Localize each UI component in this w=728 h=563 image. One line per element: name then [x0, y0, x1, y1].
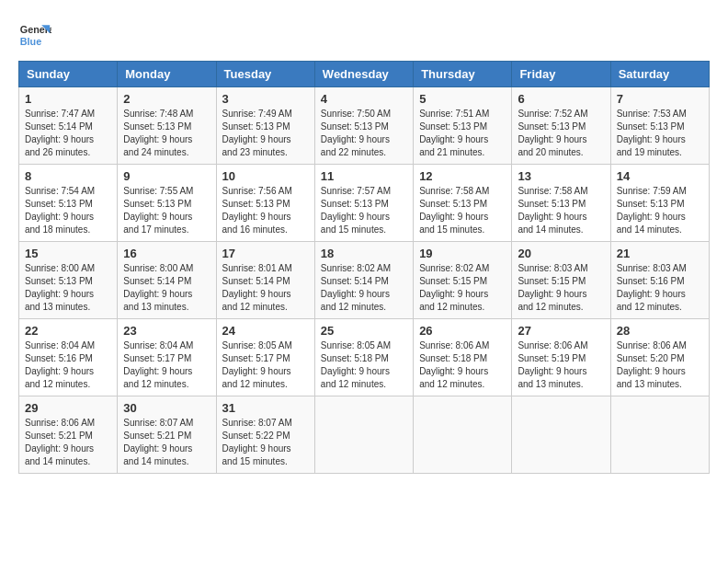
day-number: 7: [617, 92, 703, 106]
day-detail: Sunrise: 8:02 AM Sunset: 5:14 PM Dayligh…: [321, 262, 407, 314]
day-number: 4: [321, 92, 407, 106]
day-cell: 4 Sunrise: 7:50 AM Sunset: 5:13 PM Dayli…: [314, 87, 413, 165]
day-number: 30: [123, 401, 210, 415]
day-cell: [414, 396, 512, 474]
day-detail: Sunrise: 8:06 AM Sunset: 5:21 PM Dayligh…: [25, 417, 111, 468]
day-cell: 10 Sunrise: 7:56 AM Sunset: 5:13 PM Dayl…: [216, 165, 314, 242]
day-detail: Sunrise: 8:00 AM Sunset: 5:14 PM Dayligh…: [123, 262, 210, 314]
day-detail: Sunrise: 7:47 AM Sunset: 5:14 PM Dayligh…: [25, 108, 111, 159]
day-cell: 1 Sunrise: 7:47 AM Sunset: 5:14 PM Dayli…: [19, 87, 118, 165]
day-cell: 31 Sunrise: 8:07 AM Sunset: 5:22 PM Dayl…: [216, 396, 314, 474]
day-number: 9: [123, 169, 210, 183]
day-cell: 13 Sunrise: 7:58 AM Sunset: 5:13 PM Dayl…: [512, 165, 610, 242]
column-header-thursday: Thursday: [414, 62, 512, 87]
day-detail: Sunrise: 7:50 AM Sunset: 5:13 PM Dayligh…: [321, 108, 407, 159]
day-cell: 20 Sunrise: 8:03 AM Sunset: 5:15 PM Dayl…: [512, 242, 610, 319]
day-cell: 21 Sunrise: 8:03 AM Sunset: 5:16 PM Dayl…: [610, 242, 709, 319]
day-cell: [314, 396, 413, 474]
day-number: 15: [25, 247, 111, 260]
day-detail: Sunrise: 8:06 AM Sunset: 5:18 PM Dayligh…: [419, 339, 506, 391]
day-detail: Sunrise: 8:06 AM Sunset: 5:20 PM Dayligh…: [617, 339, 703, 391]
column-header-monday: Monday: [118, 62, 216, 87]
day-detail: Sunrise: 8:04 AM Sunset: 5:17 PM Dayligh…: [123, 339, 210, 391]
day-cell: 12 Sunrise: 7:58 AM Sunset: 5:13 PM Dayl…: [414, 165, 512, 242]
day-number: 6: [518, 92, 604, 106]
day-cell: 27 Sunrise: 8:06 AM Sunset: 5:19 PM Dayl…: [512, 319, 610, 396]
day-cell: 17 Sunrise: 8:01 AM Sunset: 5:14 PM Dayl…: [216, 242, 314, 319]
day-cell: 8 Sunrise: 7:54 AM Sunset: 5:13 PM Dayli…: [19, 165, 118, 242]
day-cell: 30 Sunrise: 8:07 AM Sunset: 5:21 PM Dayl…: [118, 396, 216, 474]
calendar-table: SundayMondayTuesdayWednesdayThursdayFrid…: [18, 61, 710, 474]
day-cell: 22 Sunrise: 8:04 AM Sunset: 5:16 PM Dayl…: [19, 319, 118, 396]
day-cell: 6 Sunrise: 7:52 AM Sunset: 5:13 PM Dayli…: [512, 87, 610, 165]
day-number: 2: [123, 92, 210, 106]
day-number: 3: [222, 92, 309, 106]
day-detail: Sunrise: 8:00 AM Sunset: 5:13 PM Dayligh…: [25, 262, 111, 314]
column-header-sunday: Sunday: [19, 62, 118, 87]
day-cell: 5 Sunrise: 7:51 AM Sunset: 5:13 PM Dayli…: [414, 87, 512, 165]
day-cell: [610, 396, 709, 474]
day-number: 25: [321, 324, 407, 338]
day-detail: Sunrise: 8:03 AM Sunset: 5:16 PM Dayligh…: [617, 262, 703, 314]
day-number: 20: [518, 247, 604, 260]
day-number: 29: [25, 401, 111, 415]
day-number: 11: [321, 169, 407, 183]
week-row-3: 15 Sunrise: 8:00 AM Sunset: 5:13 PM Dayl…: [19, 242, 710, 319]
day-detail: Sunrise: 8:06 AM Sunset: 5:19 PM Dayligh…: [518, 339, 604, 391]
day-detail: Sunrise: 8:03 AM Sunset: 5:15 PM Dayligh…: [518, 262, 604, 314]
day-number: 8: [25, 169, 111, 183]
day-cell: 9 Sunrise: 7:55 AM Sunset: 5:13 PM Dayli…: [118, 165, 216, 242]
day-detail: Sunrise: 7:57 AM Sunset: 5:13 PM Dayligh…: [321, 185, 407, 236]
day-cell: 16 Sunrise: 8:00 AM Sunset: 5:14 PM Dayl…: [118, 242, 216, 319]
day-detail: Sunrise: 8:05 AM Sunset: 5:17 PM Dayligh…: [222, 339, 309, 391]
day-number: 23: [123, 324, 210, 338]
calendar-body: 1 Sunrise: 7:47 AM Sunset: 5:14 PM Dayli…: [19, 87, 710, 474]
day-number: 16: [123, 247, 210, 260]
day-cell: 23 Sunrise: 8:04 AM Sunset: 5:17 PM Dayl…: [118, 319, 216, 396]
column-header-friday: Friday: [512, 62, 610, 87]
week-row-4: 22 Sunrise: 8:04 AM Sunset: 5:16 PM Dayl…: [19, 319, 710, 396]
day-number: 17: [222, 247, 309, 260]
day-number: 14: [617, 169, 703, 183]
day-detail: Sunrise: 7:54 AM Sunset: 5:13 PM Dayligh…: [25, 185, 111, 236]
column-header-saturday: Saturday: [610, 62, 709, 87]
day-cell: 18 Sunrise: 8:02 AM Sunset: 5:14 PM Dayl…: [314, 242, 413, 319]
day-cell: 29 Sunrise: 8:06 AM Sunset: 5:21 PM Dayl…: [19, 396, 118, 474]
day-cell: 25 Sunrise: 8:05 AM Sunset: 5:18 PM Dayl…: [314, 319, 413, 396]
day-number: 21: [617, 247, 703, 260]
day-detail: Sunrise: 8:02 AM Sunset: 5:15 PM Dayligh…: [419, 262, 506, 314]
day-detail: Sunrise: 7:48 AM Sunset: 5:13 PM Dayligh…: [123, 108, 210, 159]
day-cell: [512, 396, 610, 474]
day-number: 12: [419, 169, 506, 183]
day-detail: Sunrise: 7:58 AM Sunset: 5:13 PM Dayligh…: [419, 185, 506, 236]
day-detail: Sunrise: 7:51 AM Sunset: 5:13 PM Dayligh…: [419, 108, 506, 159]
day-number: 22: [25, 324, 111, 338]
week-row-2: 8 Sunrise: 7:54 AM Sunset: 5:13 PM Dayli…: [19, 165, 710, 242]
day-detail: Sunrise: 7:53 AM Sunset: 5:13 PM Dayligh…: [617, 108, 703, 159]
day-detail: Sunrise: 8:07 AM Sunset: 5:22 PM Dayligh…: [222, 417, 309, 468]
column-header-wednesday: Wednesday: [314, 62, 413, 87]
svg-text:Blue: Blue: [20, 36, 41, 47]
day-number: 10: [222, 169, 309, 183]
day-number: 1: [25, 92, 111, 106]
day-cell: 14 Sunrise: 7:59 AM Sunset: 5:13 PM Dayl…: [610, 165, 709, 242]
logo-icon: General Blue: [18, 18, 51, 52]
day-detail: Sunrise: 7:59 AM Sunset: 5:13 PM Dayligh…: [617, 185, 703, 236]
column-header-tuesday: Tuesday: [216, 62, 314, 87]
page-header: General Blue: [18, 18, 710, 52]
day-detail: Sunrise: 8:05 AM Sunset: 5:18 PM Dayligh…: [321, 339, 407, 391]
day-cell: 2 Sunrise: 7:48 AM Sunset: 5:13 PM Dayli…: [118, 87, 216, 165]
day-detail: Sunrise: 7:58 AM Sunset: 5:13 PM Dayligh…: [518, 185, 604, 236]
day-number: 26: [419, 324, 506, 338]
day-number: 28: [617, 324, 703, 338]
day-cell: 11 Sunrise: 7:57 AM Sunset: 5:13 PM Dayl…: [314, 165, 413, 242]
day-number: 31: [222, 401, 309, 415]
day-number: 24: [222, 324, 309, 338]
week-row-1: 1 Sunrise: 7:47 AM Sunset: 5:14 PM Dayli…: [19, 87, 710, 165]
day-cell: 28 Sunrise: 8:06 AM Sunset: 5:20 PM Dayl…: [610, 319, 709, 396]
day-detail: Sunrise: 8:01 AM Sunset: 5:14 PM Dayligh…: [222, 262, 309, 314]
day-number: 5: [419, 92, 506, 106]
day-detail: Sunrise: 8:07 AM Sunset: 5:21 PM Dayligh…: [123, 417, 210, 468]
day-cell: 26 Sunrise: 8:06 AM Sunset: 5:18 PM Dayl…: [414, 319, 512, 396]
day-cell: 7 Sunrise: 7:53 AM Sunset: 5:13 PM Dayli…: [610, 87, 709, 165]
